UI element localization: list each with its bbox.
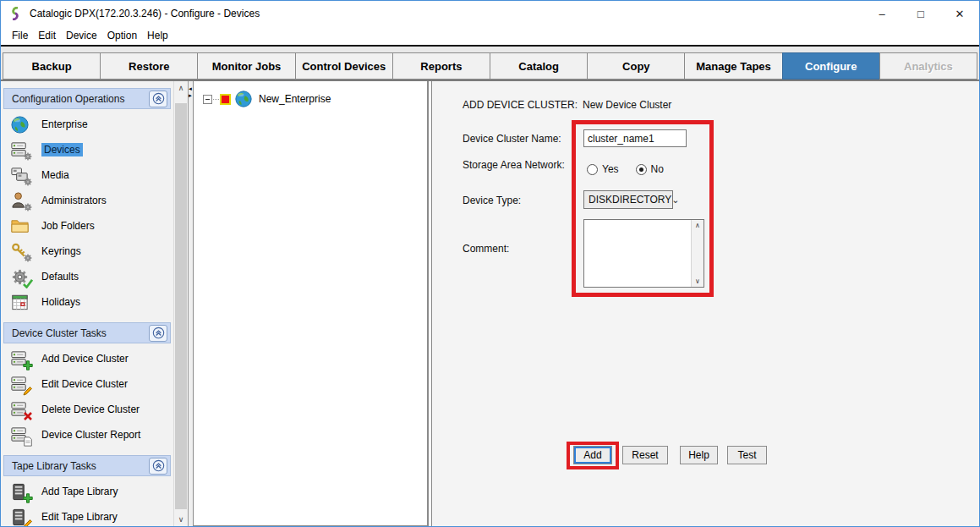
server-delete-icon [10, 399, 33, 420]
test-button[interactable]: Test [727, 446, 767, 464]
menu-device[interactable]: Device [61, 28, 102, 43]
tape-add-icon [10, 481, 33, 502]
collapse-section-button[interactable] [149, 458, 167, 475]
tab-catalog[interactable]: Catalog [490, 52, 588, 80]
san-radio-group: Yes No [587, 163, 664, 175]
sidebar-item-enterprise[interactable]: Enterprise [1, 112, 173, 137]
sidebar-scrollbar[interactable]: ∧ ∨ [173, 81, 188, 526]
scroll-up-icon[interactable]: ∧ [695, 222, 700, 229]
sidebar-item-label: Job Folders [41, 220, 95, 232]
device-cluster-name-input[interactable]: cluster_name1 [583, 129, 687, 147]
sidebar-item-label: Defaults [41, 271, 79, 283]
collapse-section-button[interactable] [149, 325, 167, 342]
scrollbar-track[interactable] [174, 95, 188, 513]
comment-label: Comment: [463, 243, 509, 255]
tree-node-new-enterprise[interactable]: New_Enterprise [194, 81, 427, 108]
device-type-dropdown[interactable]: DISKDIRECTORY ⌄ [583, 190, 673, 209]
tape-edit-icon [10, 507, 33, 527]
sidebar-item-defaults[interactable]: Defaults [1, 264, 173, 289]
radio-icon [587, 164, 598, 175]
tab-restore[interactable]: Restore [100, 52, 198, 80]
administrators-icon [10, 190, 33, 211]
san-radio-no[interactable]: No [636, 163, 664, 175]
sidebar-item-administrators[interactable]: Administrators [1, 188, 173, 213]
sidebar-item-device-cluster-report[interactable]: Device Cluster Report [1, 422, 173, 447]
scroll-down-icon[interactable]: ∨ [174, 513, 188, 526]
tree-node-label: New_Enterprise [259, 93, 331, 105]
app-window: Catalogic DPX(172.20.3.246) - Configure … [0, 0, 980, 527]
tree-expander-icon[interactable] [203, 95, 212, 104]
sidebar-item-label: Delete Device Cluster [41, 403, 140, 415]
section-title: Tape Library Tasks [12, 460, 96, 472]
device-cluster-name-value: cluster_name1 [588, 133, 654, 145]
sidebar-item-edit-device-cluster[interactable]: Edit Device Cluster [1, 371, 173, 397]
sidebar-item-holidays[interactable]: Holidays [1, 289, 173, 315]
sidebar-item-media[interactable]: Media [1, 162, 173, 188]
device-cluster-name-label: Device Cluster Name: [463, 133, 561, 145]
server-edit-icon [10, 374, 33, 395]
sidebar-item-label: Edit Device Cluster [41, 378, 128, 390]
sidebar-item-label: Keyrings [41, 245, 81, 257]
panel-splitter[interactable]: ◄ ► [188, 81, 193, 526]
sidebar-item-label: Edit Tape Library [41, 511, 118, 523]
tab-configure[interactable]: Configure [782, 52, 880, 80]
devices-icon [10, 140, 33, 161]
section-header-device-cluster-tasks: Device Cluster Tasks [3, 322, 171, 343]
globe-icon [10, 114, 33, 135]
comment-text[interactable] [584, 220, 691, 287]
menu-option[interactable]: Option [102, 28, 142, 43]
form-title-label: ADD DEVICE CLUSTER: [463, 99, 578, 111]
sidebar: Configuration Operations Enterprise Devi… [1, 81, 173, 526]
window-controls: – □ ✕ [862, 1, 979, 26]
help-button[interactable]: Help [680, 446, 718, 464]
tab-bar: Backup Restore Monitor Jobs Control Devi… [1, 47, 979, 81]
sidebar-item-keyrings[interactable]: Keyrings [1, 239, 173, 264]
tab-control-devices[interactable]: Control Devices [295, 52, 393, 80]
sidebar-item-devices[interactable]: Devices [1, 137, 173, 162]
tab-manage-tapes[interactable]: Manage Tapes [684, 52, 782, 80]
close-icon[interactable]: ✕ [940, 1, 979, 26]
comment-scrollbar[interactable]: ∧ ∨ [691, 220, 704, 287]
tab-copy[interactable]: Copy [587, 52, 685, 80]
menu-edit[interactable]: Edit [33, 28, 61, 43]
sidebar-item-label: Device Cluster Report [41, 429, 140, 441]
minimize-icon[interactable]: – [862, 1, 901, 26]
menu-bar: File Edit Device Option Help [1, 26, 979, 47]
comment-textarea[interactable]: ∧ ∨ [583, 219, 704, 288]
splitter-right-icon[interactable]: ► [188, 93, 193, 99]
menu-help[interactable]: Help [142, 28, 173, 43]
tab-reports[interactable]: Reports [392, 52, 490, 80]
add-button[interactable]: Add [573, 446, 612, 464]
reset-button[interactable]: Reset [622, 446, 668, 464]
sidebar-item-label: Add Tape Library [41, 486, 118, 497]
sidebar-item-add-device-cluster[interactable]: Add Device Cluster [1, 346, 173, 371]
sidebar-item-edit-tape-library[interactable]: Edit Tape Library [1, 504, 173, 526]
maximize-icon[interactable]: □ [901, 1, 940, 26]
sidebar-item-delete-device-cluster[interactable]: Delete Device Cluster [1, 397, 173, 422]
san-radio-yes[interactable]: Yes [587, 163, 619, 175]
globe-icon [234, 90, 253, 108]
sidebar-item-label: Holidays [41, 296, 80, 308]
menu-file[interactable]: File [7, 28, 33, 43]
splitter-left-icon[interactable]: ◄ [188, 86, 193, 92]
scroll-down-icon[interactable]: ∨ [695, 277, 700, 285]
enterprise-tree-panel: New_Enterprise [193, 81, 428, 526]
tab-backup[interactable]: Backup [3, 52, 101, 80]
tab-monitor-jobs[interactable]: Monitor Jobs [197, 52, 295, 80]
radio-label: No [651, 163, 664, 175]
section-header-tape-library-tasks: Tape Library Tasks [3, 455, 171, 476]
title-bar: Catalogic DPX(172.20.3.246) - Configure … [1, 1, 979, 26]
server-add-icon [10, 349, 33, 370]
sidebar-item-job-folders[interactable]: Job Folders [1, 213, 173, 239]
red-flag-icon [220, 94, 231, 105]
section-title: Configuration Operations [12, 93, 124, 105]
device-type-value: DISKDIRECTORY [589, 194, 671, 206]
storage-area-network-label: Storage Area Network: [463, 159, 565, 171]
collapse-section-button[interactable] [149, 91, 167, 107]
sidebar-item-add-tape-library[interactable]: Add Tape Library [1, 479, 173, 504]
sidebar-item-label: Enterprise [41, 118, 88, 130]
scroll-up-icon[interactable]: ∧ [174, 81, 188, 95]
sidebar-item-label: Add Device Cluster [41, 353, 129, 365]
tree-connector [213, 99, 219, 100]
scrollbar-thumb[interactable] [175, 103, 187, 509]
